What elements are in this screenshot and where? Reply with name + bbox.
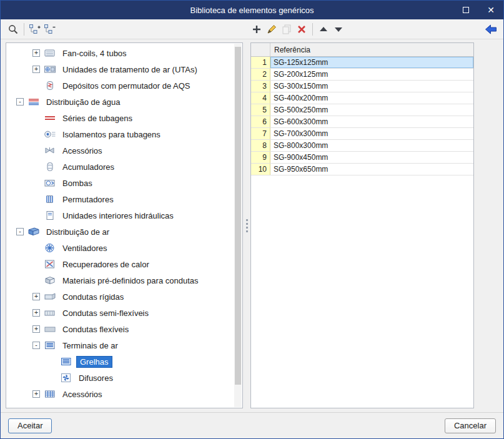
tree-scrollbar[interactable] [234, 44, 242, 407]
table-row[interactable]: 2 SG-200x125mm [251, 69, 473, 81]
expander-icon[interactable]: + [32, 309, 40, 317]
row-number: 10 [251, 164, 270, 175]
title-bar[interactable]: Biblioteca de elementos genéricos ✕ [1, 1, 503, 19]
cancel-button[interactable]: Cancelar [445, 418, 496, 433]
reference-cell[interactable]: SG-800x300mm [270, 140, 473, 151]
tree-item-label: Ventiladores [60, 242, 110, 254]
reference-cell[interactable]: SG-125x125mm [270, 57, 473, 68]
row-number: 2 [251, 69, 270, 80]
edit-button[interactable] [264, 22, 279, 37]
tree-item-unidades-interiores[interactable]: Unidades interiores hidráulicas [6, 207, 234, 224]
tree-item-condutas-flexiveis[interactable]: + Condutas flexíveis [6, 321, 234, 337]
tree-item-acessorios-ar[interactable]: + Acessórios [6, 386, 234, 402]
tree-item-label: Acessórios [60, 145, 105, 157]
tree-item-difusores[interactable]: Difusores [6, 370, 234, 386]
collapse-all-button[interactable] [42, 22, 57, 37]
table-row[interactable]: 4 SG-400x200mm [251, 92, 473, 104]
tree-item-label: Condutas semi-flexíveis [60, 307, 151, 319]
move-up-button[interactable] [316, 22, 331, 37]
expander-icon[interactable]: - [16, 98, 24, 106]
category-tree: + Fan-coils, 4 tubos + Unidades de trata… [6, 45, 234, 408]
table-row[interactable]: 3 SG-300x150mm [251, 81, 473, 92]
tree-item-terminais-ar[interactable]: - Terminais de ar [6, 337, 234, 353]
expander-icon[interactable]: + [32, 325, 40, 333]
reference-cell[interactable]: SG-300x150mm [270, 81, 473, 92]
hydraulic-indoor-unit-icon [44, 210, 56, 221]
row-number: 6 [251, 116, 270, 127]
tree-item-depositos-aqs[interactable]: Depósitos com permutador de AQS [6, 77, 234, 94]
tree-item-label: Condutas rígidas [60, 291, 126, 303]
tree-item-distribuicao-ar[interactable]: - Distribuição de ar [6, 224, 234, 240]
table-row[interactable]: 7 SG-700x300mm [251, 128, 473, 140]
panel-splitter[interactable] [243, 42, 250, 408]
reference-cell[interactable]: SG-900x450mm [270, 152, 473, 163]
reference-cell[interactable]: SG-200x125mm [270, 69, 473, 80]
expander-icon[interactable]: - [16, 228, 24, 235]
expand-all-button[interactable] [27, 22, 42, 37]
tree-scrollbar-thumb[interactable] [235, 47, 241, 385]
dialog-content: + Fan-coils, 4 tubos + Unidades de trata… [1, 39, 503, 412]
tree-item-materiais-condutas[interactable]: Materiais pré-definidos para condutas [6, 272, 234, 289]
table-row[interactable]: 9 SG-900x450mm [251, 152, 473, 164]
aqs-tank-icon [44, 80, 56, 91]
search-button[interactable] [6, 22, 21, 37]
tree-item-label: Distribuição de ar [44, 226, 112, 238]
tree-item-permutadores[interactable]: Permutadores [6, 191, 234, 207]
move-down-button[interactable] [331, 22, 346, 37]
semi-flexible-duct-icon [44, 307, 56, 318]
maximize-icon [463, 7, 469, 13]
tree-item-ventiladores[interactable]: Ventiladores [6, 240, 234, 256]
tree-item-condutas-rigidas[interactable]: + Condutas rígidas [6, 289, 234, 305]
expander-icon[interactable]: + [32, 390, 40, 398]
move-up-icon [318, 24, 329, 35]
rigid-duct-icon [44, 291, 56, 302]
expander-icon[interactable]: + [32, 49, 40, 57]
water-distribution-icon [27, 96, 40, 107]
tree-item-utas[interactable]: + Unidades de tratamento de ar (UTAs) [6, 61, 234, 77]
reference-cell[interactable]: SG-700x300mm [270, 128, 473, 139]
expander-icon[interactable]: + [32, 293, 40, 300]
copy-button[interactable] [279, 22, 294, 37]
add-button[interactable] [249, 22, 264, 37]
toolbar [1, 19, 503, 39]
expand-all-icon [29, 24, 41, 35]
tree-item-condutas-semi-flexiveis[interactable]: + Condutas semi-flexíveis [6, 305, 234, 321]
expander-icon[interactable]: - [32, 342, 40, 349]
table-row[interactable]: 1 SG-125x125mm [251, 57, 473, 69]
uta-icon [44, 64, 56, 75]
expander-icon[interactable]: + [32, 66, 40, 73]
tree-item-series-tubagens[interactable]: Séries de tubagens [6, 110, 234, 126]
tree-item-label: Terminais de ar [60, 340, 121, 352]
edit-icon [266, 24, 277, 35]
heat-exchanger-icon [44, 194, 56, 205]
heat-recovery-icon [44, 259, 56, 270]
accept-button[interactable]: Aceitar [8, 418, 52, 433]
table-row[interactable]: 8 SG-800x300mm [251, 140, 473, 152]
toolbar-separator [24, 23, 24, 36]
close-button[interactable]: ✕ [478, 1, 503, 19]
reference-cell[interactable]: SG-400x200mm [270, 92, 473, 104]
reference-cell[interactable]: SG-950x650mm [270, 164, 473, 175]
tree-item-acessorios-agua[interactable]: Acessórios [6, 142, 234, 159]
tree-item-bombas[interactable]: Bombas [6, 175, 234, 191]
table-row[interactable]: 5 SG-500x250mm [251, 104, 473, 116]
tree-item-distribuicao-agua[interactable]: - Distribuição de água [6, 94, 234, 110]
row-number-header [251, 43, 270, 56]
tree-item-fan-coils[interactable]: + Fan-coils, 4 tubos [6, 45, 234, 61]
copy-icon [281, 24, 292, 35]
splitter-handle-icon [246, 227, 248, 229]
maximize-button[interactable] [453, 1, 478, 19]
import-button[interactable] [483, 22, 498, 37]
delete-button[interactable] [294, 22, 309, 37]
reference-cell[interactable]: SG-500x250mm [270, 104, 473, 116]
reference-cell[interactable]: SG-600x300mm [270, 116, 473, 127]
air-distribution-icon [27, 226, 40, 237]
table-row[interactable]: 10 SG-950x650mm [251, 164, 473, 175]
tree-item-recuperadores[interactable]: Recuperadores de calor [6, 256, 234, 272]
tree-item-acumuladores[interactable]: Acumuladores [6, 159, 234, 175]
table-row[interactable]: 6 SG-600x300mm [251, 116, 473, 128]
tree-item-isolamentos[interactable]: Isolamentos para tubagens [6, 126, 234, 142]
pipe-accessories-icon [44, 145, 56, 156]
air-terminal-icon [44, 340, 56, 351]
tree-item-grelhas[interactable]: Grelhas [6, 353, 234, 370]
